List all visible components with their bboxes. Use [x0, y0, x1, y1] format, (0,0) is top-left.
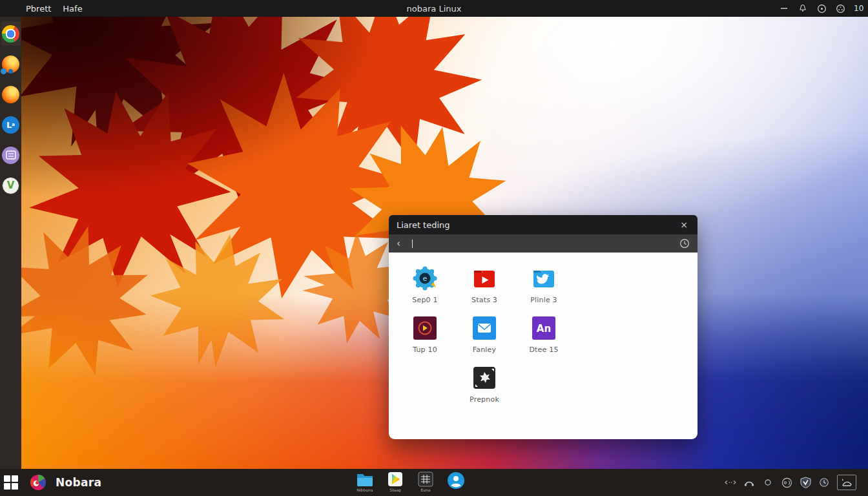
app-label: Tup 10 — [413, 346, 437, 354]
taskbar-app-sheets[interactable]: Euna — [415, 471, 437, 492]
bell-icon[interactable] — [798, 3, 808, 14]
desktop: Pbrett Hafe nobara Linux 10 — [0, 0, 868, 496]
network-activity-icon[interactable] — [725, 477, 736, 488]
app-label: Prepnok — [470, 395, 499, 404]
app-label: Plinle 3 — [530, 296, 557, 304]
app-item[interactable]: Tup 10 — [395, 314, 455, 362]
clock[interactable]: 10 — [854, 4, 865, 13]
shield-check-icon[interactable] — [800, 477, 811, 488]
taskbar-app-user[interactable] — [445, 471, 467, 490]
l-app-icon: La — [2, 116, 19, 134]
green-check-app-icon: V — [2, 177, 19, 194]
window-toolbar: ‹ — [389, 234, 698, 253]
mail-envelope-icon — [471, 315, 497, 341]
firefox-icon — [2, 56, 19, 73]
app-picker-window: Liaret teding × ‹ — [389, 215, 698, 439]
dock-firefox[interactable] — [1, 52, 21, 76]
taskbar-tray — [725, 469, 856, 496]
minimize-icon[interactable] — [779, 3, 789, 14]
app-label: Fanley — [473, 346, 497, 354]
app-item[interactable]: Plinle 3 — [514, 264, 574, 313]
app-item[interactable]: Prepnok — [455, 364, 514, 412]
blue-folder-icon — [356, 471, 374, 487]
app-label: Sep0 1 — [412, 296, 437, 304]
spreadsheet-grid-icon — [418, 471, 433, 487]
dock-firefox-alt[interactable] — [1, 82, 21, 107]
app-item[interactable]: e Sep0 1 — [395, 264, 455, 313]
taskbar: Nobara Nibbuna Staag — [0, 469, 868, 496]
app-label: Stats 3 — [471, 296, 497, 304]
taskbar-app-label: Nibbuna — [356, 488, 373, 492]
start-grid-icon — [4, 475, 18, 490]
taskbar-app-label: Euna — [420, 488, 430, 492]
taskbar-app-files[interactable]: Nibbuna — [354, 471, 376, 492]
play-store-icon — [388, 471, 403, 487]
start-menu-button[interactable] — [0, 469, 22, 496]
chrome-icon — [2, 25, 19, 43]
settings-gear-icon[interactable] — [835, 3, 845, 14]
left-dock: La V — [0, 17, 21, 469]
search-input[interactable] — [413, 234, 679, 253]
svg-text:e: e — [423, 274, 428, 283]
taskbar-app-store[interactable]: Staag — [384, 471, 406, 492]
dock-green-app[interactable]: V — [1, 173, 21, 198]
purple-keyboard-app-icon — [2, 147, 19, 164]
dark-abstract-icon — [471, 365, 497, 391]
clock-circle-icon[interactable] — [818, 477, 830, 488]
app-item[interactable]: An Dtee 15 — [514, 314, 574, 362]
window-titlebar[interactable]: Liaret teding × — [389, 215, 698, 234]
app-grid: e Sep0 1 Stats 3 — [395, 264, 698, 412]
clock-circle-icon[interactable] — [679, 238, 690, 249]
maroon-timer-icon — [412, 315, 438, 341]
input-panel-icon[interactable] — [837, 475, 856, 490]
status-dot-icon[interactable] — [762, 477, 774, 488]
animate-an-icon: An — [531, 315, 557, 341]
taskbar-pinned-apps: Nibbuna Staag — [354, 469, 467, 496]
close-icon[interactable]: × — [678, 219, 690, 231]
svg-text:An: An — [537, 323, 551, 335]
app-item[interactable]: Stats 3 — [455, 264, 514, 313]
top-bar-tray: 10 — [779, 0, 865, 17]
dock-l-app[interactable]: La — [1, 112, 21, 137]
back-chevron-icon[interactable]: ‹ — [397, 238, 407, 249]
dock-chrome[interactable] — [1, 21, 21, 46]
top-bar: Pbrett Hafe nobara Linux 10 — [0, 0, 868, 17]
active-window-title: nobara Linux — [0, 4, 868, 14]
brand-name: Nobara — [56, 476, 101, 489]
dock-purple-app[interactable] — [1, 143, 21, 167]
firefox-alt-icon — [2, 86, 19, 103]
twitter-folder-icon — [531, 265, 557, 291]
app-label: Dtee 15 — [529, 346, 558, 354]
user-account-icon — [447, 471, 465, 490]
record-circle-icon[interactable] — [816, 3, 827, 14]
phone-icon[interactable] — [743, 477, 755, 488]
taskbar-brand[interactable]: Nobara — [30, 474, 101, 491]
window-title: Liaret teding — [397, 220, 678, 230]
dots-circle-icon[interactable] — [781, 477, 792, 488]
youtube-folder-icon — [471, 265, 497, 291]
nobara-logo-icon — [30, 474, 46, 491]
blue-aperture-icon: e — [412, 265, 438, 291]
window-body: e Sep0 1 Stats 3 — [389, 253, 698, 439]
app-item[interactable]: Fanley — [455, 314, 514, 362]
taskbar-app-label: Staag — [389, 488, 400, 492]
